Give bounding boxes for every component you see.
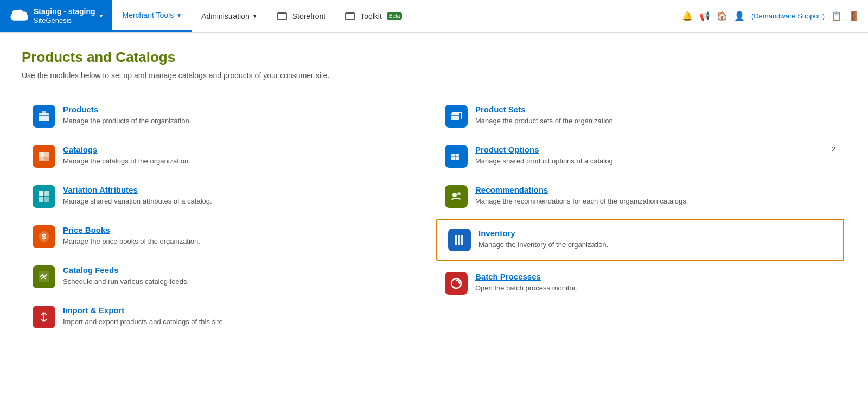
svg-rect-14 [451,113,459,120]
inventory-icon [448,229,471,251]
salesforce-icon [9,7,28,26]
product-options-icon [445,145,468,168]
navbar-nav: Merchant Tools ▼ Administration ▼ Storef… [112,0,673,32]
brand-text: Staging - staging SiteGenesis [34,7,95,26]
variation-attributes-link[interactable]: Variation Attributes [63,185,423,194]
svg-point-19 [452,193,457,197]
administration-chevron-icon: ▼ [252,13,258,19]
nav-item-merchant-tools[interactable]: Merchant Tools ▼ [112,0,192,32]
nav-item-toolkit[interactable]: Toolkit Beta [335,0,412,32]
catalog-feeds-info: Catalog Feeds Schedule and run various c… [63,265,423,286]
products-info: Products Manage the products of the orga… [63,105,423,125]
product-options-desc: Manage shared product options of a catal… [475,157,615,165]
user-icon[interactable]: 👤 [734,11,745,21]
catalog-feeds-desc: Schedule and run various catalog feeds. [63,277,189,286]
merchant-tools-chevron-icon: ▼ [176,12,182,18]
price-books-info: Price Books Manage the price books of th… [63,225,423,245]
navbar-right: 🔔 📢 🏠 👤 (Demandware Support) 📋 🚪 [673,0,868,32]
price-books-link[interactable]: Price Books [63,225,423,234]
svg-rect-5 [39,157,44,161]
module-products: Products Manage the products of the orga… [22,96,434,136]
products-desc: Manage the products of the organization. [63,117,191,125]
support-link[interactable]: (Demandware Support) [751,12,825,20]
variation-attributes-info: Variation Attributes Manage shared varia… [63,185,423,205]
products-icon [33,105,55,128]
svg-rect-3 [39,152,44,157]
svg-rect-6 [44,157,49,161]
recommendations-icon [445,185,468,208]
module-price-books: $ Price Books Manage the price books of … [22,217,434,257]
recommendations-link[interactable]: Recommendations [475,185,835,194]
module-batch-processes: Batch Processes Open the batch process m… [434,263,846,303]
module-variation-attributes: Variation Attributes Manage shared varia… [22,176,434,217]
variation-attributes-icon [33,185,55,208]
megaphone-icon[interactable]: 📢 [699,11,710,21]
modules-grid: Products Manage the products of the orga… [22,96,846,337]
signout-icon[interactable]: 🚪 [848,11,859,21]
nav-item-storefront[interactable]: Storefront [267,0,335,32]
svg-text:$: $ [42,232,46,241]
svg-rect-9 [39,197,43,202]
module-catalog-feeds: Catalog Feeds Schedule and run various c… [22,257,434,297]
module-product-options: Product Options Manage shared product op… [434,136,846,176]
recommendations-desc: Manage the recommendations for each of t… [475,197,688,205]
home-icon[interactable]: 🏠 [717,11,727,21]
batch-processes-info: Batch Processes Open the batch process m… [475,272,835,292]
page-description: Use the modules below to set up and mana… [22,71,846,80]
inventory-link[interactable]: Inventory [478,229,832,238]
products-link[interactable]: Products [63,105,423,114]
import-export-info: Import & Export Import and export produc… [63,306,423,326]
catalogs-link[interactable]: Catalogs [63,145,423,154]
beta-badge: Beta [387,12,403,20]
copy-icon[interactable]: 📋 [831,11,842,21]
svg-rect-21 [455,235,457,245]
monitor-icon-toolkit [345,12,355,20]
batch-processes-link[interactable]: Batch Processes [475,272,835,281]
svg-rect-22 [458,235,460,245]
catalogs-info: Catalogs Manage the catalogs of the orga… [63,145,423,165]
batch-processes-desc: Open the batch process monitor. [475,284,577,292]
svg-rect-7 [39,191,43,196]
main-content: Products and Catalogs Use the modules be… [0,33,868,353]
navbar: Staging - staging SiteGenesis ▼ Merchant… [0,0,868,33]
svg-rect-1 [42,111,46,115]
right-column: Product Sets Manage the product sets of … [434,96,846,337]
product-options-badge: 2 [821,145,835,153]
product-sets-desc: Manage the product sets of the organizat… [475,117,615,125]
bell-icon[interactable]: 🔔 [682,11,693,21]
svg-rect-10 [44,197,49,202]
svg-point-20 [457,192,461,195]
import-export-icon [33,306,55,328]
svg-rect-4 [44,152,49,157]
import-export-desc: Import and export products and catalogs … [63,318,225,326]
import-export-link[interactable]: Import & Export [63,306,423,315]
brand-chevron-icon: ▼ [99,13,104,19]
price-books-desc: Manage the price books of the organizati… [63,237,200,245]
batch-processes-icon [445,272,468,295]
catalog-feeds-icon [33,265,55,288]
module-inventory: Inventory Manage the inventory of the or… [436,219,844,261]
product-sets-info: Product Sets Manage the product sets of … [475,105,835,125]
recommendations-info: Recommendations Manage the recommendatio… [475,185,835,205]
product-options-info: Product Options Manage shared product op… [475,145,813,165]
nav-item-administration[interactable]: Administration ▼ [192,0,267,32]
page-title: Products and Catalogs [22,49,846,66]
catalogs-icon [33,145,55,168]
product-sets-icon [445,105,468,128]
price-books-icon: $ [33,225,55,248]
inventory-desc: Manage the inventory of the organization… [478,240,608,249]
module-catalogs: Catalogs Manage the catalogs of the orga… [22,136,434,176]
svg-rect-23 [461,235,463,245]
svg-rect-0 [39,113,49,121]
catalog-feeds-link[interactable]: Catalog Feeds [63,265,423,275]
svg-rect-8 [44,191,49,196]
catalogs-desc: Manage the catalogs of the organization. [63,157,190,165]
product-sets-link[interactable]: Product Sets [475,105,835,114]
variation-attributes-desc: Manage shared variation attributes of a … [63,197,212,205]
module-recommendations: Recommendations Manage the recommendatio… [434,176,846,217]
product-options-link[interactable]: Product Options [475,145,813,154]
monitor-icon [277,12,287,20]
brand-logo[interactable]: Staging - staging SiteGenesis ▼ [0,0,112,32]
inventory-info: Inventory Manage the inventory of the or… [478,229,832,249]
left-column: Products Manage the products of the orga… [22,96,434,337]
